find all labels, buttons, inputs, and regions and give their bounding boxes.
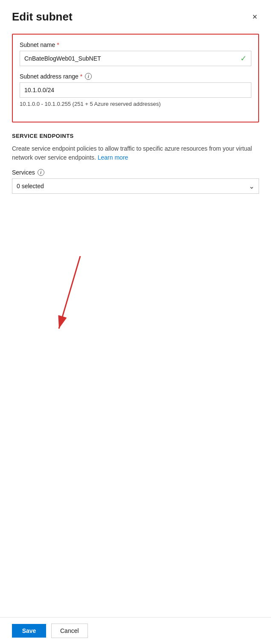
- service-endpoints-section: SERVICE ENDPOINTS Create service endpoin…: [12, 133, 259, 194]
- subnet-address-range-input[interactable]: [20, 82, 251, 98]
- subnet-name-label: Subnet name *: [20, 41, 251, 48]
- services-dropdown[interactable]: 0 selected ⌄: [12, 178, 259, 194]
- address-range-info-icon[interactable]: i: [85, 73, 92, 80]
- service-endpoints-title: SERVICE ENDPOINTS: [12, 133, 259, 139]
- services-info-icon[interactable]: i: [38, 169, 44, 176]
- panel-title: Edit subnet: [12, 10, 73, 23]
- save-button[interactable]: Save: [12, 624, 46, 638]
- panel-content: Subnet name * ✓ Subnet address range * i…: [0, 30, 271, 617]
- learn-more-link[interactable]: Learn more: [98, 154, 128, 161]
- service-endpoints-description: Create service endpoint policies to allo…: [12, 144, 259, 162]
- subnet-address-range-label: Subnet address range * i: [20, 73, 251, 80]
- services-group: Services i 0 selected ⌄: [12, 169, 259, 194]
- annotation-arrow: [46, 256, 97, 341]
- subnet-name-input-wrapper[interactable]: ✓: [20, 51, 251, 66]
- address-range-hint: 10.1.0.0 - 10.1.0.255 (251 + 5 Azure res…: [20, 100, 251, 108]
- close-icon: ×: [252, 12, 257, 22]
- subnet-name-group: Subnet name * ✓: [20, 41, 251, 66]
- panel-footer: Save Cancel: [0, 617, 271, 644]
- services-dropdown-value: 0 selected: [17, 183, 44, 189]
- subnet-address-range-group: Subnet address range * i 10.1.0.0 - 10.1…: [20, 73, 251, 108]
- edit-subnet-panel: Edit subnet × Subnet name * ✓: [0, 0, 271, 644]
- close-button[interactable]: ×: [251, 10, 259, 23]
- services-label: Services i: [12, 169, 259, 176]
- chevron-down-icon: ⌄: [249, 182, 254, 190]
- footer-area: [12, 201, 259, 371]
- subnet-address-required: *: [80, 73, 82, 80]
- cancel-button[interactable]: Cancel: [51, 624, 88, 638]
- check-icon: ✓: [240, 54, 247, 63]
- subnet-name-required: *: [57, 41, 59, 48]
- highlighted-section: Subnet name * ✓ Subnet address range * i…: [12, 34, 259, 122]
- panel-header: Edit subnet ×: [0, 0, 271, 30]
- subnet-name-input[interactable]: [24, 55, 237, 62]
- svg-line-1: [59, 256, 80, 329]
